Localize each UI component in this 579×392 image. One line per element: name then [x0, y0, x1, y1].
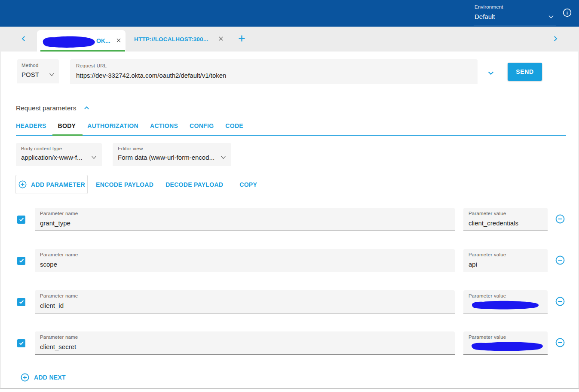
parameter-value-label: Parameter value — [469, 252, 542, 257]
parameter-value-input[interactable]: Parameter value api — [463, 249, 548, 272]
method-label: Method — [21, 63, 55, 68]
decode-payload-button[interactable]: DECODE PAYLOAD — [165, 181, 223, 188]
request-url-label: Request URL — [76, 63, 472, 68]
body-content-type-select[interactable]: Body content type application/x-www-f... — [16, 143, 102, 166]
tabs-scroll-left-button[interactable] — [18, 33, 29, 46]
copy-button[interactable]: COPY — [239, 181, 257, 188]
encode-payload-button[interactable]: ENCODE PAYLOAD — [96, 181, 153, 188]
parameter-row: Parameter name grant_type Parameter valu… — [13, 208, 566, 231]
tabs-scroll-right-button[interactable] — [550, 33, 561, 46]
body-options-row: Body content type application/x-www-f...… — [16, 143, 566, 166]
app-header: Environment Default — [0, 0, 579, 27]
row-enabled-checkbox[interactable] — [17, 257, 25, 265]
parameter-name-label: Parameter name — [40, 334, 450, 340]
parameter-row: Parameter name client_id Parameter value — [13, 290, 566, 313]
parameter-value-value: client_credentials — [469, 219, 542, 227]
parameter-name-value: client_id — [40, 302, 450, 309]
parameter-name-label: Parameter name — [40, 293, 450, 298]
parameter-name-input[interactable]: Parameter name scope — [35, 249, 455, 272]
parameter-name-input[interactable]: Parameter name client_secret — [35, 331, 455, 355]
tab-body[interactable]: BODY — [58, 122, 76, 135]
chevron-down-icon — [48, 71, 55, 78]
parameter-value-label: Parameter value — [469, 334, 542, 340]
parameter-value-label: Parameter value — [469, 211, 542, 216]
parameter-value-input[interactable]: Parameter value client_credentials — [463, 208, 548, 231]
send-button[interactable]: SEND — [508, 63, 542, 81]
request-tab-bar: OK... HTTP://LOCALHOST:300... — [0, 27, 579, 52]
request-menu-button[interactable] — [553, 65, 555, 67]
request-url-input[interactable]: Request URL https://dev-332742.okta.com/… — [70, 59, 478, 84]
environment-label: Environment — [475, 4, 555, 9]
url-detail-expand-button[interactable] — [485, 67, 496, 80]
chevron-right-icon — [551, 35, 559, 43]
parameter-name-label: Parameter name — [40, 252, 450, 257]
tab-title: OK... — [96, 37, 110, 44]
close-icon — [218, 36, 224, 42]
parameter-value-input[interactable]: Parameter value — [463, 331, 548, 355]
minus-circle-icon — [555, 255, 565, 265]
environment-value: Default — [475, 13, 547, 20]
editor-view-value: Form data (www-url-form-encod... — [118, 154, 214, 161]
parameter-value-input[interactable]: Parameter value — [463, 290, 548, 313]
chevron-down-icon — [220, 154, 227, 161]
tab-authorization[interactable]: AUTHORIZATION — [87, 122, 138, 135]
row-enabled-checkbox[interactable] — [17, 339, 25, 347]
row-enabled-checkbox[interactable] — [17, 216, 25, 224]
tab-close-button[interactable] — [217, 35, 225, 44]
tab-active-okta-request[interactable]: OK... — [37, 30, 126, 52]
app-window: Environment Default — [0, 0, 579, 392]
tab-config[interactable]: CONFIG — [190, 122, 214, 135]
request-parameters-header: Request parameters — [16, 103, 566, 113]
request-url-row: Method POST Request URL https://dev-3327… — [17, 52, 566, 84]
check-icon — [18, 258, 25, 264]
close-icon — [116, 37, 122, 43]
add-parameter-button[interactable]: ADD PARAMETER — [15, 175, 88, 194]
remove-parameter-button[interactable] — [554, 295, 566, 309]
remove-parameter-button[interactable] — [554, 213, 566, 226]
tab-localhost-request[interactable]: HTTP://LOCALHOST:300... — [134, 35, 225, 44]
tab-code[interactable]: CODE — [225, 122, 243, 135]
chevron-down-icon — [547, 12, 555, 21]
add-next-button[interactable]: ADD NEXT — [20, 373, 66, 382]
check-icon — [18, 216, 25, 222]
parameter-value-value: api — [469, 261, 542, 268]
plus-circle-icon — [18, 180, 27, 189]
environment-selector[interactable]: Environment Default — [474, 2, 556, 25]
parameter-value-label: Parameter value — [469, 293, 542, 298]
chevron-left-icon — [20, 35, 28, 43]
tab-actions[interactable]: ACTIONS — [150, 122, 178, 135]
tab-close-button[interactable] — [115, 36, 123, 46]
minus-circle-icon — [555, 296, 565, 307]
editor-tabs: HEADERS BODY AUTHORIZATION ACTIONS CONFI… — [16, 122, 566, 136]
chevron-down-icon — [486, 68, 496, 78]
add-parameter-label: ADD PARAMETER — [31, 181, 85, 188]
editor-view-select[interactable]: Editor view Form data (www-url-form-enco… — [113, 143, 231, 166]
method-select[interactable]: Method POST — [17, 59, 59, 83]
parameter-name-input[interactable]: Parameter name grant_type — [35, 208, 455, 231]
form-toolbar: ADD PARAMETER ENCODE PAYLOAD DECODE PAYL… — [15, 175, 566, 194]
remove-parameter-button[interactable] — [554, 337, 566, 350]
plus-icon — [237, 34, 246, 43]
section-collapse-button[interactable] — [82, 103, 92, 113]
parameter-name-input[interactable]: Parameter name client_id — [35, 290, 455, 313]
new-tab-button[interactable] — [236, 33, 248, 46]
request-url-value: https://dev-332742.okta.com/oauth2/defau… — [76, 72, 472, 79]
parameter-name-value: scope — [40, 261, 450, 268]
tab-title: HTTP://LOCALHOST:300... — [134, 36, 208, 43]
chevron-down-icon — [90, 154, 98, 161]
redaction-scribble — [39, 33, 99, 49]
request-editor-panel: Method POST Request URL https://dev-3327… — [0, 52, 579, 389]
parameter-name-value: client_secret — [40, 343, 450, 350]
tab-headers[interactable]: HEADERS — [16, 122, 46, 135]
parameter-name-value: grant_type — [40, 219, 450, 227]
redaction-scribble — [469, 340, 545, 352]
info-icon — [562, 8, 572, 18]
info-button[interactable] — [561, 7, 573, 20]
parameter-row: Parameter name client_secret Parameter v… — [13, 331, 566, 355]
parameter-name-label: Parameter name — [40, 211, 450, 216]
method-value: POST — [21, 71, 39, 78]
minus-circle-icon — [555, 337, 565, 348]
remove-parameter-button[interactable] — [554, 254, 566, 267]
row-enabled-checkbox[interactable] — [17, 298, 25, 306]
plus-circle-icon — [20, 373, 30, 382]
